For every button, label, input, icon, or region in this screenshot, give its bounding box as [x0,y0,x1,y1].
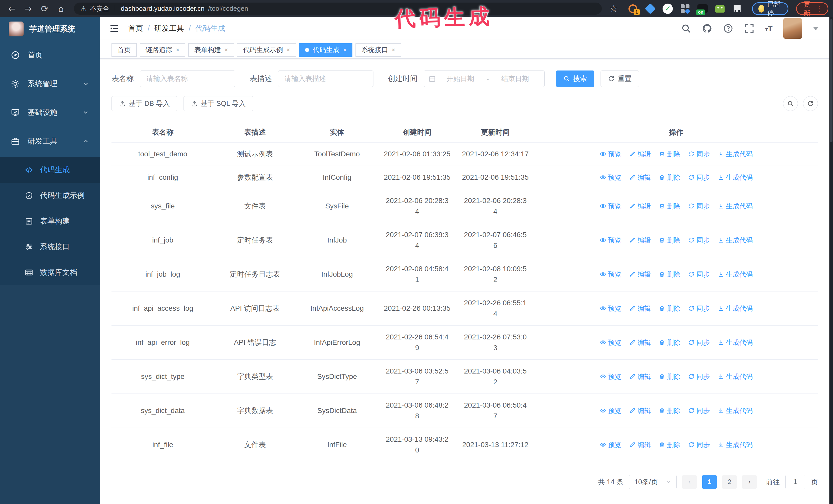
sync-link[interactable]: 同步 [688,269,710,280]
edit-link[interactable]: 编辑 [629,405,651,416]
sync-link[interactable]: 同步 [688,235,710,246]
close-icon[interactable]: × [176,47,180,53]
generate-code-link[interactable]: 生成代码 [718,149,753,160]
breadcrumb-group[interactable]: 研发工具 [154,23,184,33]
extension-grid-icon[interactable] [680,3,690,14]
submenu-item-db-doc[interactable]: 数据库文档 [0,260,100,285]
preview-link[interactable]: 预览 [600,439,622,450]
extension-robot-icon[interactable] [715,3,725,14]
extension-gem-icon[interactable] [645,3,656,14]
preview-link[interactable]: 预览 [600,337,622,348]
github-icon[interactable] [702,23,712,33]
page-size-select[interactable]: 10条/页 [629,475,677,489]
sidebar-item-home[interactable]: 首页 [0,41,100,70]
submenu-item-codegen-example[interactable]: 代码生成示例 [0,183,100,209]
edit-link[interactable]: 编辑 [629,201,651,212]
tab-codegen[interactable]: 代码生成× [299,43,352,57]
start-date-placeholder[interactable]: 开始日期 [436,74,485,83]
delete-link[interactable]: 删除 [659,337,681,348]
generate-code-link[interactable]: 生成代码 [718,201,753,212]
generate-code-link[interactable]: 生成代码 [718,235,753,246]
sync-link[interactable]: 同步 [688,439,710,450]
preview-link[interactable]: 预览 [600,172,622,183]
tab-system-api[interactable]: 系统接口× [356,43,401,57]
date-range-picker[interactable]: 开始日期 - 结束日期 [424,71,545,87]
browser-update-button[interactable]: 更新 ⋮ [796,2,828,15]
edit-link[interactable]: 编辑 [629,337,651,348]
tab-form-builder[interactable]: 表单构建× [188,43,234,57]
edit-link[interactable]: 编辑 [629,172,651,183]
avatar[interactable] [783,18,802,39]
page-button-1[interactable]: 1 [702,475,717,489]
tab-home[interactable]: 首页 [112,43,137,57]
sync-link[interactable]: 同步 [688,201,710,212]
table-name-input[interactable] [140,71,235,87]
edit-link[interactable]: 编辑 [629,269,651,280]
generate-code-link[interactable]: 生成代码 [718,371,753,382]
generate-code-link[interactable]: 生成代码 [718,269,753,280]
sidebar-fold-icon[interactable] [109,23,119,34]
delete-link[interactable]: 删除 [659,405,681,416]
bookmark-star-icon[interactable]: ☆ [610,3,618,14]
preview-link[interactable]: 预览 [600,371,622,382]
font-size-icon[interactable]: тT [765,24,772,33]
delete-link[interactable]: 删除 [659,172,681,183]
refresh-table-button[interactable] [803,96,818,111]
preview-link[interactable]: 预览 [600,303,622,314]
help-icon[interactable] [723,23,733,33]
generate-code-link[interactable]: 生成代码 [718,303,753,314]
extension-orange-icon[interactable]: 1 [627,3,638,14]
close-icon[interactable]: × [391,47,395,53]
avatar-caret-icon[interactable] [813,27,819,30]
delete-link[interactable]: 删除 [659,201,681,212]
edit-link[interactable]: 编辑 [629,235,651,246]
tab-trace[interactable]: 链路追踪× [140,43,185,57]
sync-link[interactable]: 同步 [688,405,710,416]
delete-link[interactable]: 删除 [659,371,681,382]
prev-page-button[interactable]: ‹ [682,475,697,489]
sync-link[interactable]: 同步 [688,337,710,348]
delete-link[interactable]: 删除 [659,303,681,314]
reload-icon[interactable]: ⟳ [38,2,52,16]
home-icon[interactable]: ⌂ [54,2,68,16]
submenu-item-system-api[interactable]: 系统接口 [0,234,100,260]
delete-link[interactable]: 删除 [659,149,681,160]
sidebar-item-system[interactable]: 系统管理 [0,70,100,98]
reset-button[interactable]: 重置 [600,71,639,87]
scrollbar-thumb[interactable] [830,19,832,142]
generate-code-link[interactable]: 生成代码 [718,439,753,450]
delete-link[interactable]: 删除 [659,269,681,280]
search-button[interactable]: 搜索 [556,71,594,87]
forward-icon[interactable]: → [21,2,35,16]
submenu-item-form-builder[interactable]: 表单构建 [0,209,100,234]
browser-menu-icon[interactable]: ⋮ [816,5,823,12]
sync-link[interactable]: 同步 [688,172,710,183]
extension-dark-icon[interactable]: on [697,3,708,14]
address-bar[interactable]: ⚠ 不安全 dashboard.yudao.iocoder.cn/tool/co… [74,3,602,15]
goto-page-input[interactable] [785,475,805,489]
back-icon[interactable]: ← [5,2,19,16]
paused-badge[interactable]: 已暂停 [752,2,788,15]
preview-link[interactable]: 预览 [600,269,622,280]
next-page-button[interactable]: › [742,475,757,489]
generate-code-link[interactable]: 生成代码 [718,405,753,416]
table-desc-input[interactable] [278,71,374,87]
tab-codegen-example[interactable]: 代码生成示例× [237,43,296,57]
preview-link[interactable]: 预览 [600,235,622,246]
preview-link[interactable]: 预览 [600,149,622,160]
extension-check-icon[interactable]: ✓ [662,3,673,14]
edit-link[interactable]: 编辑 [629,149,651,160]
submenu-item-codegen[interactable]: 代码生成 [0,157,100,183]
generate-code-link[interactable]: 生成代码 [718,172,753,183]
generate-code-link[interactable]: 生成代码 [718,337,753,348]
close-icon[interactable]: × [343,47,347,53]
breadcrumb-home[interactable]: 首页 [128,23,143,33]
fullscreen-icon[interactable] [744,23,754,33]
sidebar-item-dev-tools[interactable]: 研发工具 [0,127,100,155]
page-button-2[interactable]: 2 [722,475,737,489]
preview-link[interactable]: 预览 [600,201,622,212]
toggle-search-button[interactable] [783,96,798,111]
edit-link[interactable]: 编辑 [629,303,651,314]
sync-link[interactable]: 同步 [688,371,710,382]
delete-link[interactable]: 删除 [659,235,681,246]
